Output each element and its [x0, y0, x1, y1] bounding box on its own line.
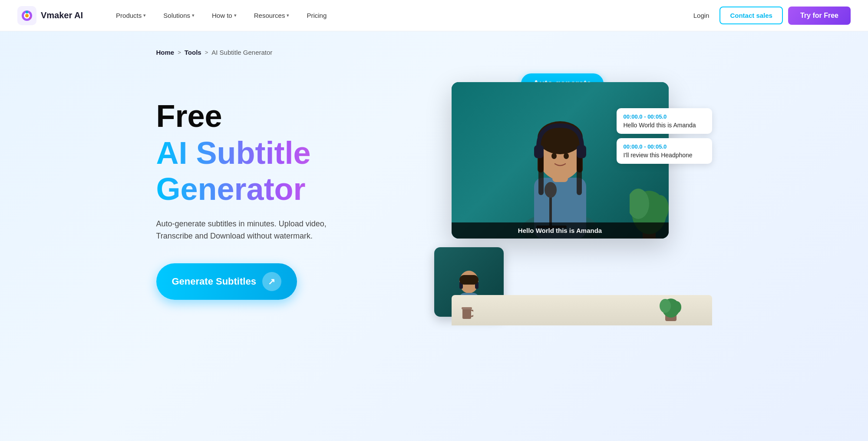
- navbar: Vmaker AI Products ▾ Solutions ▾ How to …: [0, 0, 868, 31]
- logo-text: Vmaker AI: [41, 10, 83, 20]
- plant-pot: [656, 295, 686, 323]
- desk-surface: [452, 295, 712, 325]
- nav-pricing[interactable]: Pricing: [300, 8, 333, 23]
- breadcrumb-current: AI Subtitle Generator: [211, 49, 272, 56]
- subtitle-text-2: I'll review this Headphone: [624, 152, 705, 159]
- svg-point-20: [551, 153, 557, 159]
- hero-section: Free AI Subtitle Generator Auto-generate…: [156, 73, 712, 325]
- contact-sales-button[interactable]: Contact sales: [719, 7, 783, 24]
- nav-solutions[interactable]: Solutions ▾: [156, 8, 201, 23]
- person-silhouette: [499, 91, 621, 239]
- breadcrumb-sep1: >: [178, 49, 181, 56]
- solutions-chevron-icon: ▾: [192, 13, 195, 18]
- subtitle-cards: 00:00.0 - 00:05.0 Hello World this is Am…: [617, 108, 712, 164]
- svg-point-19: [545, 182, 557, 198]
- try-for-free-button[interactable]: Try for Free: [788, 7, 851, 25]
- svg-rect-31: [462, 308, 471, 319]
- products-chevron-icon: ▾: [143, 13, 146, 18]
- nav-links: Products ▾ Solutions ▾ How to ▾ Resource…: [109, 8, 688, 23]
- svg-point-3: [25, 14, 29, 17]
- subtitle-text-1: Hello World this is Amanda: [624, 122, 705, 129]
- resources-chevron-icon: ▾: [287, 13, 289, 18]
- breadcrumb-home[interactable]: Home: [156, 49, 175, 56]
- logo[interactable]: Vmaker AI: [17, 6, 83, 25]
- hero-title-free: Free: [156, 99, 408, 133]
- svg-rect-30: [459, 275, 479, 285]
- hero-description: Auto-generate subtitles in minutes. Uplo…: [156, 218, 408, 243]
- subtitle-card-1: 00:00.0 - 00:05.0 Hello World this is Am…: [617, 108, 712, 134]
- cta-arrow-icon: ↗: [262, 272, 281, 291]
- subtitle-time-1: 00:00.0 - 00:05.0: [624, 113, 705, 120]
- coffee-cup: [460, 304, 473, 321]
- main-content: Home > Tools > AI Subtitle Generator Fre…: [130, 31, 738, 351]
- hero-left: Free AI Subtitle Generator Auto-generate…: [156, 99, 408, 300]
- svg-point-37: [672, 301, 681, 313]
- svg-point-21: [564, 153, 569, 159]
- breadcrumb-sep2: >: [205, 49, 208, 56]
- nav-actions: Login Contact sales Try for Free: [688, 7, 851, 25]
- login-button[interactable]: Login: [688, 8, 715, 23]
- video-subtitle-bar: Hello World this is Amanda: [452, 222, 669, 239]
- nav-products[interactable]: Products ▾: [109, 8, 153, 23]
- svg-rect-15: [534, 145, 544, 158]
- howto-chevron-icon: ▾: [234, 13, 237, 18]
- generate-subtitles-button[interactable]: Generate Subtitles ↗: [156, 263, 297, 300]
- hero-title-gradient: AI Subtitle Generator: [156, 135, 408, 207]
- subtitle-card-2: 00:00.0 - 00:05.0 I'll review this Headp…: [617, 138, 712, 164]
- svg-point-5: [29, 17, 31, 19]
- svg-point-25: [651, 195, 669, 221]
- hero-right: Auto generate: [434, 73, 712, 325]
- subtitle-time-2: 00:00.0 - 00:05.0: [624, 143, 705, 150]
- svg-rect-32: [462, 307, 472, 309]
- svg-point-36: [660, 299, 671, 313]
- breadcrumb: Home > Tools > AI Subtitle Generator: [156, 49, 712, 56]
- logo-icon: [17, 6, 36, 25]
- breadcrumb-tools[interactable]: Tools: [185, 49, 201, 56]
- nav-howto[interactable]: How to ▾: [205, 8, 244, 23]
- nav-resources[interactable]: Resources ▾: [247, 8, 297, 23]
- svg-rect-16: [577, 145, 586, 158]
- svg-point-4: [26, 11, 28, 13]
